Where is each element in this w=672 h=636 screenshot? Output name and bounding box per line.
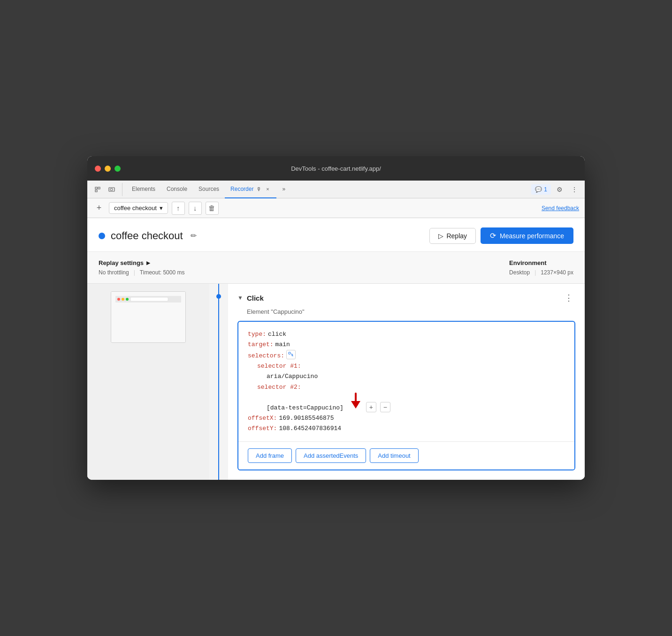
code-selector2-val-line: [data-test=Cappucino] + − xyxy=(267,393,565,413)
play-icon: ▷ xyxy=(438,232,443,240)
edit-title-icon[interactable]: ✏ xyxy=(189,229,199,242)
content-area: ▼ Click ⋮ Element "Cappucino" type: clic… xyxy=(87,284,585,480)
tab-recorder[interactable]: Recorder 🎙 × xyxy=(225,181,276,198)
tab-icon-group xyxy=(91,183,122,196)
svg-rect-1 xyxy=(110,189,113,190)
replay-settings-title[interactable]: Replay settings ▶ xyxy=(99,259,184,266)
trash-icon: 🗑 xyxy=(208,204,215,212)
code-selector1-val-line: aria/Cappucino xyxy=(267,371,565,382)
step-area: ▼ Click ⋮ Element "Cappucino" type: clic… xyxy=(228,284,585,480)
environment-title: Environment xyxy=(509,259,573,266)
tab-console[interactable]: Console xyxy=(161,181,193,198)
svg-rect-0 xyxy=(109,188,115,191)
more-vertical-icon: ⋮ xyxy=(571,186,578,193)
svg-rect-4 xyxy=(117,298,120,301)
code-offsetX-line: offsetX: 169.90185546875 xyxy=(248,413,565,424)
add-selector-button[interactable]: + xyxy=(366,402,376,412)
add-asserted-events-button[interactable]: Add assertedEvents xyxy=(296,448,366,463)
chat-icon: 💬 xyxy=(535,186,542,193)
settings-chevron-icon: ▶ xyxy=(146,260,150,265)
timeline-column xyxy=(209,284,228,480)
more-dots-icon: ⋮ xyxy=(565,293,573,303)
inspector-icon[interactable] xyxy=(91,183,104,196)
thumbnail-inner xyxy=(111,292,185,342)
selector-picker-icon[interactable] xyxy=(286,350,296,359)
tab-more[interactable]: » xyxy=(276,181,291,198)
step-title-row: ▼ Click xyxy=(237,294,264,302)
remove-selector-button[interactable]: − xyxy=(380,402,390,412)
bottom-spacer xyxy=(237,470,575,480)
svg-marker-10 xyxy=(351,401,360,409)
tab-elements[interactable]: Elements xyxy=(126,181,161,198)
send-feedback-link[interactable]: Send feedback xyxy=(542,205,579,212)
svg-rect-8 xyxy=(289,352,290,354)
code-offsetY-line: offsetY: 108.6452407836914 xyxy=(248,424,565,434)
main-header: coffee checkout ✏ ▷ Replay ⟳ Measure per… xyxy=(87,218,585,252)
code-type-line: type: click xyxy=(248,329,565,340)
settings-left: Replay settings ▶ No throttling | Timeou… xyxy=(99,259,184,276)
replay-button[interactable]: ▷ Replay xyxy=(429,228,476,244)
devtools-tabs: Elements Console Sources Recorder 🎙 × » … xyxy=(87,181,585,198)
recording-title-area: coffee checkout ✏ xyxy=(99,229,199,242)
tabs-right-actions: 💬 1 ⚙ ⋮ xyxy=(531,183,581,196)
settings-info: No throttling | Timeout: 5000 ms xyxy=(99,269,184,276)
code-selector1-key-line: selector #1: xyxy=(257,361,565,371)
svg-rect-7 xyxy=(130,297,168,301)
settings-icon-button[interactable]: ⚙ xyxy=(553,183,566,196)
close-button[interactable] xyxy=(95,166,101,172)
arrow-down-icon xyxy=(349,393,362,409)
maximize-button[interactable] xyxy=(115,166,121,172)
code-target-line: target: main xyxy=(248,340,565,350)
tab-sources[interactable]: Sources xyxy=(193,181,225,198)
step-header: ▼ Click ⋮ xyxy=(237,291,575,304)
title-bar: DevTools - coffee-cart.netlify.app/ xyxy=(87,156,585,181)
import-button[interactable]: ↓ xyxy=(189,202,202,215)
toolbar-left: + coffee checkout ▾ ↑ ↓ 🗑 xyxy=(93,202,542,215)
settings-panel: Replay settings ▶ No throttling | Timeou… xyxy=(87,252,585,284)
export-button[interactable]: ↑ xyxy=(172,202,185,215)
performance-icon: ⟳ xyxy=(490,231,496,240)
tab-list: Elements Console Sources Recorder 🎙 × » xyxy=(126,181,531,198)
settings-divider: | xyxy=(134,269,135,276)
svg-rect-5 xyxy=(122,298,124,301)
recorder-tab-close[interactable]: × xyxy=(264,186,271,192)
recorder-toolbar: + coffee checkout ▾ ↑ ↓ 🗑 Send feedback xyxy=(87,198,585,218)
timeline-dot xyxy=(216,294,221,299)
recording-selector[interactable]: coffee checkout ▾ xyxy=(109,202,168,214)
code-selectors-line: selectors: xyxy=(248,350,565,361)
settings-right: Environment Desktop | 1237×940 px xyxy=(509,259,573,276)
device-toolbar-icon[interactable] xyxy=(105,183,118,196)
step-chevron-icon[interactable]: ▼ xyxy=(237,295,243,301)
dropdown-chevron-icon: ▾ xyxy=(160,204,163,212)
code-panel: type: click target: main selectors: xyxy=(237,321,575,470)
env-divider: | xyxy=(535,269,536,276)
environment-info: Desktop | 1237×940 px xyxy=(509,269,573,276)
window-title: DevTools - coffee-cart.netlify.app/ xyxy=(291,165,381,172)
more-icon-button[interactable]: ⋮ xyxy=(568,183,581,196)
measure-performance-button[interactable]: ⟳ Measure performance xyxy=(481,227,573,244)
recording-dot xyxy=(99,233,105,239)
recording-title: coffee checkout xyxy=(111,230,183,242)
delete-recording-button[interactable]: 🗑 xyxy=(206,202,219,215)
add-frame-button[interactable]: Add frame xyxy=(248,448,292,463)
traffic-lights xyxy=(95,166,121,172)
gear-icon: ⚙ xyxy=(557,186,563,193)
minimize-button[interactable] xyxy=(105,166,111,172)
import-icon: ↓ xyxy=(193,204,197,212)
add-timeout-button[interactable]: Add timeout xyxy=(370,448,418,463)
code-content: type: click target: main selectors: xyxy=(238,322,574,441)
step-thumbnail xyxy=(111,291,186,343)
timeline-line xyxy=(218,284,219,480)
feedback-badge-button[interactable]: 💬 1 xyxy=(531,184,551,195)
code-selector2-key-line: selector #2: xyxy=(257,382,565,393)
recorder-icon: 🎙 xyxy=(256,186,261,192)
plus-icon: + xyxy=(97,203,102,213)
export-icon: ↑ xyxy=(176,204,180,212)
add-recording-button[interactable]: + xyxy=(93,202,105,214)
step-type-label: Click xyxy=(247,294,264,302)
svg-rect-6 xyxy=(126,298,129,301)
thumbnail-panel xyxy=(87,284,209,480)
header-actions: ▷ Replay ⟳ Measure performance xyxy=(429,227,573,244)
devtools-window: DevTools - coffee-cart.netlify.app/ Elem… xyxy=(87,156,585,480)
step-more-button[interactable]: ⋮ xyxy=(562,291,575,304)
